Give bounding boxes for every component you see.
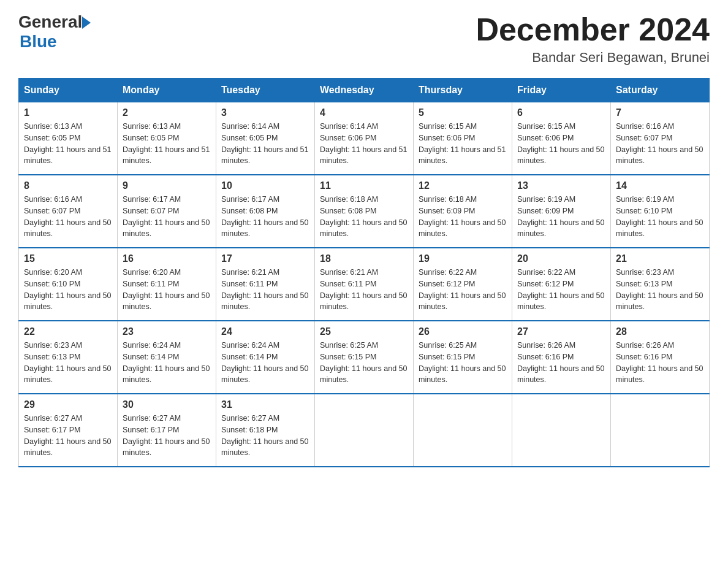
calendar-cell: 14 Sunrise: 6:19 AM Sunset: 6:10 PM Dayl… — [611, 175, 710, 248]
day-number: 24 — [221, 326, 309, 337]
day-number: 3 — [221, 107, 309, 118]
calendar-cell: 22 Sunrise: 6:23 AM Sunset: 6:13 PM Dayl… — [19, 321, 118, 394]
day-info: Sunrise: 6:18 AM Sunset: 6:08 PM Dayligh… — [320, 194, 408, 240]
day-info: Sunrise: 6:14 AM Sunset: 6:06 PM Dayligh… — [320, 121, 408, 167]
calendar-cell: 26 Sunrise: 6:25 AM Sunset: 6:15 PM Dayl… — [414, 321, 512, 394]
calendar-cell: 15 Sunrise: 6:20 AM Sunset: 6:10 PM Dayl… — [19, 248, 118, 321]
day-number: 25 — [320, 326, 408, 337]
calendar-cell — [315, 394, 414, 467]
calendar-cell: 18 Sunrise: 6:21 AM Sunset: 6:11 PM Dayl… — [315, 248, 414, 321]
calendar-week-row: 22 Sunrise: 6:23 AM Sunset: 6:13 PM Dayl… — [19, 321, 710, 394]
calendar-cell: 29 Sunrise: 6:27 AM Sunset: 6:17 PM Dayl… — [19, 394, 118, 467]
calendar-cell: 23 Sunrise: 6:24 AM Sunset: 6:14 PM Dayl… — [118, 321, 216, 394]
day-info: Sunrise: 6:24 AM Sunset: 6:14 PM Dayligh… — [123, 340, 211, 386]
day-number: 4 — [320, 107, 408, 118]
day-number: 5 — [419, 107, 507, 118]
logo: General Blue — [18, 12, 91, 52]
page-header: General Blue December 2024 Bandar Seri B… — [18, 12, 710, 66]
day-number: 20 — [517, 253, 605, 264]
col-header-saturday: Saturday — [611, 79, 710, 102]
day-info: Sunrise: 6:25 AM Sunset: 6:15 PM Dayligh… — [320, 340, 408, 386]
logo-blue-text: Blue — [20, 32, 57, 51]
calendar-cell: 12 Sunrise: 6:18 AM Sunset: 6:09 PM Dayl… — [414, 175, 512, 248]
col-header-thursday: Thursday — [414, 79, 512, 102]
calendar-cell: 3 Sunrise: 6:14 AM Sunset: 6:05 PM Dayli… — [216, 102, 315, 175]
day-info: Sunrise: 6:19 AM Sunset: 6:09 PM Dayligh… — [517, 194, 605, 240]
day-number: 26 — [419, 326, 507, 337]
calendar-cell: 19 Sunrise: 6:22 AM Sunset: 6:12 PM Dayl… — [414, 248, 512, 321]
day-info: Sunrise: 6:27 AM Sunset: 6:18 PM Dayligh… — [221, 413, 309, 459]
day-number: 29 — [24, 399, 112, 410]
logo-arrow-icon — [82, 17, 91, 29]
day-info: Sunrise: 6:15 AM Sunset: 6:06 PM Dayligh… — [419, 121, 507, 167]
day-info: Sunrise: 6:18 AM Sunset: 6:09 PM Dayligh… — [419, 194, 507, 240]
day-number: 9 — [123, 180, 211, 191]
day-info: Sunrise: 6:25 AM Sunset: 6:15 PM Dayligh… — [419, 340, 507, 386]
day-number: 21 — [616, 253, 704, 264]
day-info: Sunrise: 6:23 AM Sunset: 6:13 PM Dayligh… — [616, 267, 704, 313]
col-header-sunday: Sunday — [19, 79, 118, 102]
calendar-cell — [414, 394, 512, 467]
day-number: 16 — [123, 253, 211, 264]
calendar-cell: 20 Sunrise: 6:22 AM Sunset: 6:12 PM Dayl… — [512, 248, 611, 321]
calendar-cell: 17 Sunrise: 6:21 AM Sunset: 6:11 PM Dayl… — [216, 248, 315, 321]
day-info: Sunrise: 6:17 AM Sunset: 6:07 PM Dayligh… — [123, 194, 211, 240]
day-number: 18 — [320, 253, 408, 264]
day-number: 22 — [24, 326, 112, 337]
day-number: 13 — [517, 180, 605, 191]
calendar-table: SundayMondayTuesdayWednesdayThursdayFrid… — [18, 78, 710, 467]
calendar-cell: 13 Sunrise: 6:19 AM Sunset: 6:09 PM Dayl… — [512, 175, 611, 248]
day-number: 30 — [123, 399, 211, 410]
calendar-cell: 31 Sunrise: 6:27 AM Sunset: 6:18 PM Dayl… — [216, 394, 315, 467]
day-info: Sunrise: 6:22 AM Sunset: 6:12 PM Dayligh… — [419, 267, 507, 313]
col-header-tuesday: Tuesday — [216, 79, 315, 102]
day-number: 1 — [24, 107, 112, 118]
calendar-week-row: 15 Sunrise: 6:20 AM Sunset: 6:10 PM Dayl… — [19, 248, 710, 321]
day-number: 19 — [419, 253, 507, 264]
logo-general-text: General — [18, 12, 82, 32]
calendar-cell: 21 Sunrise: 6:23 AM Sunset: 6:13 PM Dayl… — [611, 248, 710, 321]
calendar-header-row: SundayMondayTuesdayWednesdayThursdayFrid… — [19, 79, 710, 102]
day-info: Sunrise: 6:26 AM Sunset: 6:16 PM Dayligh… — [517, 340, 605, 386]
calendar-cell: 27 Sunrise: 6:26 AM Sunset: 6:16 PM Dayl… — [512, 321, 611, 394]
day-number: 8 — [24, 180, 112, 191]
calendar-week-row: 1 Sunrise: 6:13 AM Sunset: 6:05 PM Dayli… — [19, 102, 710, 175]
calendar-cell — [611, 394, 710, 467]
day-info: Sunrise: 6:21 AM Sunset: 6:11 PM Dayligh… — [221, 267, 309, 313]
calendar-week-row: 8 Sunrise: 6:16 AM Sunset: 6:07 PM Dayli… — [19, 175, 710, 248]
day-number: 6 — [517, 107, 605, 118]
day-info: Sunrise: 6:16 AM Sunset: 6:07 PM Dayligh… — [616, 121, 704, 167]
calendar-cell: 28 Sunrise: 6:26 AM Sunset: 6:16 PM Dayl… — [611, 321, 710, 394]
calendar-cell: 25 Sunrise: 6:25 AM Sunset: 6:15 PM Dayl… — [315, 321, 414, 394]
col-header-wednesday: Wednesday — [315, 79, 414, 102]
calendar-cell: 24 Sunrise: 6:24 AM Sunset: 6:14 PM Dayl… — [216, 321, 315, 394]
calendar-week-row: 29 Sunrise: 6:27 AM Sunset: 6:17 PM Dayl… — [19, 394, 710, 467]
col-header-monday: Monday — [118, 79, 216, 102]
day-info: Sunrise: 6:13 AM Sunset: 6:05 PM Dayligh… — [123, 121, 211, 167]
day-info: Sunrise: 6:15 AM Sunset: 6:06 PM Dayligh… — [517, 121, 605, 167]
day-info: Sunrise: 6:13 AM Sunset: 6:05 PM Dayligh… — [24, 121, 112, 167]
col-header-friday: Friday — [512, 79, 611, 102]
day-number: 11 — [320, 180, 408, 191]
calendar-cell: 4 Sunrise: 6:14 AM Sunset: 6:06 PM Dayli… — [315, 102, 414, 175]
day-info: Sunrise: 6:20 AM Sunset: 6:11 PM Dayligh… — [123, 267, 211, 313]
day-number: 15 — [24, 253, 112, 264]
day-info: Sunrise: 6:26 AM Sunset: 6:16 PM Dayligh… — [616, 340, 704, 386]
day-info: Sunrise: 6:16 AM Sunset: 6:07 PM Dayligh… — [24, 194, 112, 240]
calendar-cell: 16 Sunrise: 6:20 AM Sunset: 6:11 PM Dayl… — [118, 248, 216, 321]
day-info: Sunrise: 6:27 AM Sunset: 6:17 PM Dayligh… — [123, 413, 211, 459]
calendar-cell: 5 Sunrise: 6:15 AM Sunset: 6:06 PM Dayli… — [414, 102, 512, 175]
month-title: December 2024 — [476, 12, 710, 47]
day-number: 12 — [419, 180, 507, 191]
day-number: 2 — [123, 107, 211, 118]
day-info: Sunrise: 6:23 AM Sunset: 6:13 PM Dayligh… — [24, 340, 112, 386]
day-number: 31 — [221, 399, 309, 410]
day-info: Sunrise: 6:24 AM Sunset: 6:14 PM Dayligh… — [221, 340, 309, 386]
day-info: Sunrise: 6:20 AM Sunset: 6:10 PM Dayligh… — [24, 267, 112, 313]
day-info: Sunrise: 6:21 AM Sunset: 6:11 PM Dayligh… — [320, 267, 408, 313]
day-number: 10 — [221, 180, 309, 191]
day-info: Sunrise: 6:27 AM Sunset: 6:17 PM Dayligh… — [24, 413, 112, 459]
calendar-cell: 30 Sunrise: 6:27 AM Sunset: 6:17 PM Dayl… — [118, 394, 216, 467]
calendar-cell: 10 Sunrise: 6:17 AM Sunset: 6:08 PM Dayl… — [216, 175, 315, 248]
day-info: Sunrise: 6:19 AM Sunset: 6:10 PM Dayligh… — [616, 194, 704, 240]
